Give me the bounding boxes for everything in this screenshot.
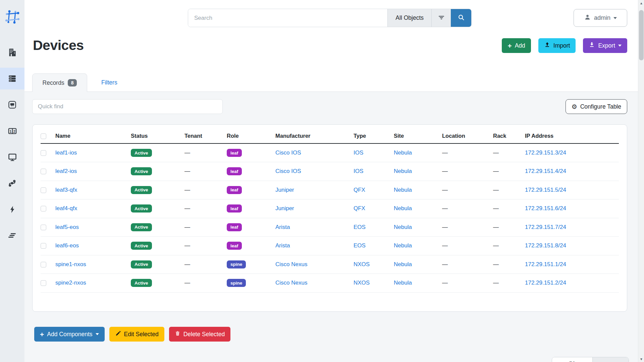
select-all-checkbox[interactable]: [41, 133, 46, 139]
status-badge[interactable]: Active: [131, 186, 152, 194]
edit-selected-button[interactable]: Edit Selected: [109, 327, 164, 342]
ip-link[interactable]: 172.29.151.6/24: [525, 205, 566, 212]
type-link[interactable]: EOS: [354, 242, 366, 249]
row-checkbox[interactable]: [41, 243, 46, 249]
name-link[interactable]: spine2-nxos: [55, 280, 86, 286]
sidebar-item-virtualization[interactable]: [0, 146, 24, 168]
role-badge[interactable]: leaf: [227, 242, 242, 250]
status-badge[interactable]: Active: [131, 242, 152, 250]
status-badge[interactable]: Active: [131, 167, 152, 175]
role-badge[interactable]: leaf: [227, 204, 242, 213]
configure-table-button[interactable]: ⚙ Configure Table: [566, 99, 627, 114]
status-badge[interactable]: Active: [131, 279, 152, 287]
status-badge[interactable]: Active: [131, 204, 152, 213]
col-header-type[interactable]: Type: [354, 129, 394, 143]
sidebar-item-connections[interactable]: [0, 94, 24, 116]
ip-link[interactable]: 172.29.151.8/24: [525, 242, 566, 249]
ip-link[interactable]: 172.29.151.2/24: [525, 280, 566, 286]
type-link[interactable]: IOS: [354, 149, 363, 156]
row-checkbox[interactable]: [41, 262, 46, 267]
manufacturer-link[interactable]: Cisco Nexus: [275, 280, 307, 286]
role-badge[interactable]: spine: [227, 279, 246, 287]
manufacturer-link[interactable]: Juniper: [275, 205, 294, 212]
col-header-ip-address[interactable]: IP Address: [525, 129, 619, 143]
name-link[interactable]: leaf6-eos: [55, 242, 79, 249]
role-badge[interactable]: leaf: [227, 167, 242, 175]
site-link[interactable]: Nebula: [394, 280, 412, 286]
ip-link[interactable]: 172.29.151.3/24: [525, 149, 566, 156]
search-scope-dropdown[interactable]: All Objects: [387, 9, 431, 27]
manufacturer-link[interactable]: Cisco IOS: [275, 149, 301, 156]
ip-link[interactable]: 172.29.151.1/24: [525, 261, 566, 267]
role-badge[interactable]: leaf: [227, 186, 242, 194]
ip-link[interactable]: 172.29.151.7/24: [525, 224, 566, 230]
type-link[interactable]: QFX: [354, 187, 365, 193]
search-filter-button[interactable]: [431, 9, 451, 27]
sidebar-item-organization[interactable]: [0, 42, 24, 63]
col-header-rack[interactable]: Rack: [493, 129, 525, 143]
status-badge[interactable]: Active: [131, 260, 152, 268]
search-submit-button[interactable]: [451, 9, 471, 27]
ip-link[interactable]: 172.29.151.4/24: [525, 168, 566, 174]
site-link[interactable]: Nebula: [394, 168, 412, 174]
sidebar-item-extensibility[interactable]: [0, 225, 24, 246]
delete-selected-button[interactable]: Delete Selected: [169, 327, 231, 342]
type-link[interactable]: EOS: [354, 224, 366, 230]
manufacturer-link[interactable]: Cisco Nexus: [275, 261, 307, 267]
type-link[interactable]: NXOS: [354, 261, 370, 267]
site-link[interactable]: Nebula: [394, 149, 412, 156]
scrollbar-down-arrow[interactable]: ▼: [638, 356, 644, 362]
row-checkbox[interactable]: [41, 280, 46, 286]
tab-filters[interactable]: Filters: [101, 79, 117, 86]
row-checkbox[interactable]: [41, 206, 46, 212]
per-page-select[interactable]: 50: [552, 357, 592, 362]
site-link[interactable]: Nebula: [394, 187, 412, 193]
row-checkbox[interactable]: [41, 150, 46, 156]
type-link[interactable]: IOS: [354, 168, 363, 174]
user-menu-button[interactable]: admin: [574, 9, 627, 27]
manufacturer-link[interactable]: Cisco IOS: [275, 168, 301, 174]
row-checkbox[interactable]: [41, 225, 46, 230]
row-checkbox[interactable]: [41, 169, 46, 174]
col-header-manufacturer[interactable]: Manufacturer: [275, 129, 354, 143]
sidebar-item-circuits[interactable]: [0, 172, 24, 194]
sidebar-item-devices[interactable]: [0, 68, 24, 89]
search-input[interactable]: [188, 9, 387, 27]
site-link[interactable]: Nebula: [394, 261, 412, 267]
scrollbar[interactable]: ▲ ▼: [638, 0, 644, 362]
tab-records[interactable]: Records 8: [32, 73, 87, 92]
sidebar-item-power[interactable]: [0, 198, 24, 220]
status-badge[interactable]: Active: [131, 223, 152, 231]
type-link[interactable]: QFX: [354, 205, 365, 212]
sidebar-item-ipam[interactable]: 12: [0, 120, 24, 142]
site-link[interactable]: Nebula: [394, 224, 412, 230]
name-link[interactable]: spine1-nxos: [55, 261, 86, 267]
scrollbar-thumb[interactable]: [639, 10, 644, 60]
add-components-button[interactable]: + Add Components: [34, 327, 105, 342]
name-link[interactable]: leaf3-qfx: [55, 187, 77, 193]
scrollbar-up-arrow[interactable]: ▲: [638, 0, 644, 6]
status-badge[interactable]: Active: [131, 149, 152, 157]
role-badge[interactable]: spine: [227, 260, 246, 268]
site-link[interactable]: Nebula: [394, 242, 412, 249]
name-link[interactable]: leaf4-qfx: [55, 205, 77, 212]
quick-find-input[interactable]: [32, 99, 223, 114]
row-checkbox[interactable]: [41, 187, 46, 193]
type-link[interactable]: NXOS: [354, 280, 370, 286]
add-button[interactable]: + Add: [502, 38, 531, 53]
col-header-location[interactable]: Location: [442, 129, 493, 143]
name-link[interactable]: leaf2-ios: [55, 168, 77, 174]
import-button[interactable]: Import: [538, 38, 576, 53]
col-header-status[interactable]: Status: [131, 129, 184, 143]
nautobot-logo[interactable]: [4, 9, 20, 25]
manufacturer-link[interactable]: Juniper: [275, 187, 294, 193]
col-header-tenant[interactable]: Tenant: [184, 129, 227, 143]
site-link[interactable]: Nebula: [394, 205, 412, 212]
role-badge[interactable]: leaf: [227, 149, 242, 157]
col-header-site[interactable]: Site: [394, 129, 442, 143]
export-button[interactable]: Export: [583, 38, 627, 53]
name-link[interactable]: leaf1-ios: [55, 149, 77, 156]
role-badge[interactable]: leaf: [227, 223, 242, 231]
manufacturer-link[interactable]: Arista: [275, 224, 290, 230]
name-link[interactable]: leaf5-eos: [55, 224, 79, 230]
